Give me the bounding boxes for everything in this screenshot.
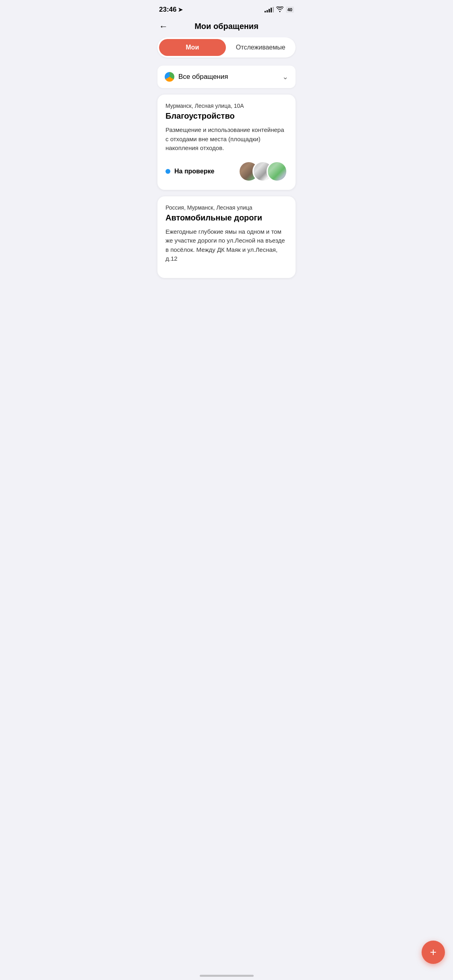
tab-switcher: Мои Отслеживаемые (157, 37, 296, 58)
page-title: Мои обращения (194, 22, 259, 31)
tab-mine[interactable]: Мои (159, 39, 226, 56)
status-dot-icon (165, 169, 170, 174)
tab-tracked[interactable]: Отслеживаемые (228, 39, 294, 56)
card-1[interactable]: Мурманск, Лесная улица, 10А Благоустройс… (157, 95, 296, 190)
card-1-status-text: На проверке (174, 168, 214, 175)
filter-dropdown[interactable]: Все обращения ⌄ (157, 66, 296, 88)
status-time: 23:46 ➤ (159, 6, 183, 14)
status-bar: 23:46 ➤ 40 (151, 0, 302, 17)
photo-thumb-3 (267, 161, 288, 182)
filter-label: Все обращения (178, 73, 228, 81)
card-2-address: Россия, Мурманск, Лесная улица (165, 204, 288, 211)
chevron-down-icon: ⌄ (282, 72, 288, 81)
location-icon: ➤ (178, 6, 183, 13)
card-1-footer: На проверке (165, 161, 288, 182)
back-button[interactable]: ← (159, 21, 168, 32)
wifi-icon (276, 6, 283, 13)
signal-bars-icon (265, 7, 274, 12)
card-1-address: Мурманск, Лесная улица, 10А (165, 103, 288, 109)
card-1-title: Благоустройство (165, 111, 288, 121)
card-2-description: Ежегодные глубокие ямы на одном и том же… (165, 227, 288, 264)
filter-icon (165, 72, 174, 82)
battery-icon: 40 (286, 6, 294, 13)
card-1-status: На проверке (165, 168, 214, 175)
card-1-description: Размещение и использование контейнера с … (165, 126, 288, 153)
header: ← Мои обращения (151, 17, 302, 37)
card-2[interactable]: Россия, Мурманск, Лесная улица Автомобил… (157, 196, 296, 278)
card-2-title: Автомобильные дороги (165, 213, 288, 222)
cards-container: Мурманск, Лесная улица, 10А Благоустройс… (151, 95, 302, 318)
status-right: 40 (265, 6, 294, 13)
